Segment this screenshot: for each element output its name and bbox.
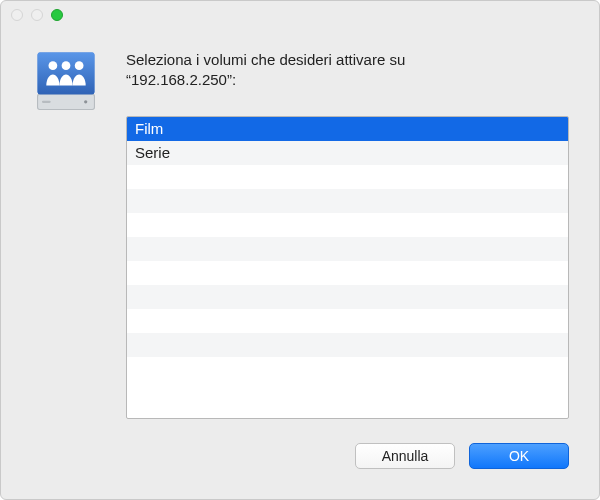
svg-point-6 — [84, 100, 87, 103]
ok-button[interactable]: OK — [469, 443, 569, 469]
button-bar: Annulla OK — [355, 443, 569, 469]
volume-row — [127, 213, 568, 237]
volume-row[interactable]: Serie — [127, 141, 568, 165]
volume-row — [127, 261, 568, 285]
volume-row — [127, 189, 568, 213]
volume-row — [127, 357, 568, 381]
volume-row — [127, 285, 568, 309]
window-zoom-button[interactable] — [51, 9, 63, 21]
prompt-text: Seleziona i volumi che desideri attivare… — [126, 50, 569, 91]
volume-list[interactable]: FilmSerie — [126, 116, 569, 419]
svg-point-5 — [75, 61, 84, 70]
svg-rect-7 — [42, 101, 51, 103]
titlebar — [1, 1, 599, 29]
dialog-window: Seleziona i volumi che desideri attivare… — [0, 0, 600, 500]
dialog-content: Seleziona i volumi che desideri attivare… — [31, 46, 569, 479]
volume-name: Film — [135, 120, 163, 137]
volume-name: Serie — [135, 144, 170, 161]
volume-row — [127, 309, 568, 333]
svg-point-4 — [62, 61, 71, 70]
volume-row — [127, 333, 568, 357]
cancel-button[interactable]: Annulla — [355, 443, 455, 469]
svg-rect-2 — [38, 53, 95, 95]
window-close-button[interactable] — [11, 9, 23, 21]
volume-row[interactable]: Film — [127, 117, 568, 141]
volume-row — [127, 237, 568, 261]
volume-row — [127, 165, 568, 189]
prompt-line-1: Seleziona i volumi che desideri attivare… — [126, 51, 405, 68]
window-minimize-button[interactable] — [31, 9, 43, 21]
svg-point-3 — [49, 61, 58, 70]
prompt-line-2: “192.168.2.250”: — [126, 71, 236, 88]
network-drive-icon — [31, 46, 101, 116]
